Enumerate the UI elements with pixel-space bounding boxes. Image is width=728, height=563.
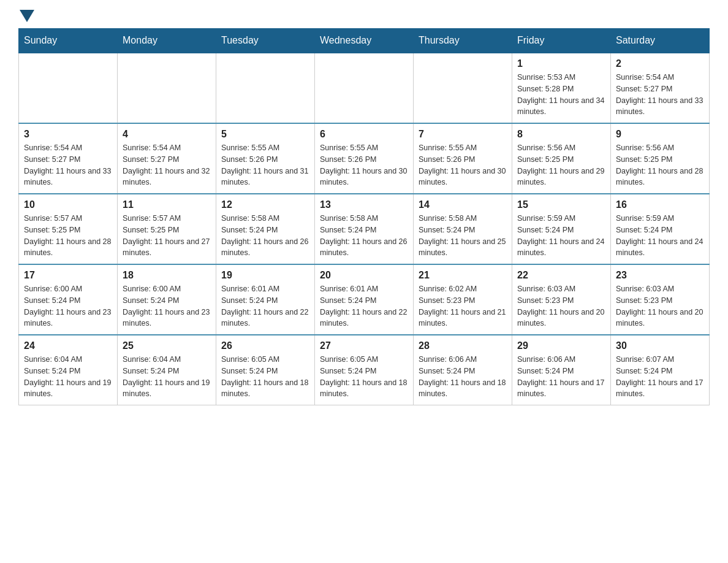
day-info: Sunrise: 6:05 AMSunset: 5:24 PMDaylight:… <box>320 354 408 400</box>
day-number: 5 <box>221 129 309 140</box>
day-info: Sunrise: 5:57 AMSunset: 5:25 PMDaylight:… <box>123 213 211 259</box>
calendar-cell: 8Sunrise: 5:56 AMSunset: 5:25 PMDaylight… <box>512 123 611 194</box>
week-row-1: 1Sunrise: 5:53 AMSunset: 5:28 PMDaylight… <box>19 53 710 123</box>
calendar-cell: 7Sunrise: 5:55 AMSunset: 5:26 PMDaylight… <box>414 123 512 194</box>
day-number: 30 <box>616 340 704 351</box>
day-header-friday: Friday <box>512 29 611 53</box>
day-info: Sunrise: 5:54 AMSunset: 5:27 PMDaylight:… <box>123 142 211 188</box>
calendar-cell: 13Sunrise: 5:58 AMSunset: 5:24 PMDayligh… <box>315 194 414 264</box>
day-info: Sunrise: 6:02 AMSunset: 5:23 PMDaylight:… <box>419 283 507 329</box>
day-number: 1 <box>517 58 605 69</box>
day-info: Sunrise: 6:06 AMSunset: 5:24 PMDaylight:… <box>517 354 605 400</box>
day-info: Sunrise: 6:07 AMSunset: 5:24 PMDaylight:… <box>616 354 704 400</box>
calendar-cell: 3Sunrise: 5:54 AMSunset: 5:27 PMDaylight… <box>19 123 118 194</box>
calendar-cell: 6Sunrise: 5:55 AMSunset: 5:26 PMDaylight… <box>315 123 414 194</box>
week-row-2: 3Sunrise: 5:54 AMSunset: 5:27 PMDaylight… <box>19 123 710 194</box>
calendar-cell: 30Sunrise: 6:07 AMSunset: 5:24 PMDayligh… <box>611 335 710 405</box>
day-number: 28 <box>419 340 507 351</box>
day-number: 17 <box>24 270 112 281</box>
day-number: 11 <box>123 199 211 210</box>
day-info: Sunrise: 5:54 AMSunset: 5:27 PMDaylight:… <box>24 142 112 188</box>
day-info: Sunrise: 5:55 AMSunset: 5:26 PMDaylight:… <box>419 142 507 188</box>
day-info: Sunrise: 6:03 AMSunset: 5:23 PMDaylight:… <box>616 283 704 329</box>
day-header-monday: Monday <box>118 29 216 53</box>
day-number: 9 <box>616 129 704 140</box>
day-headers-row: SundayMondayTuesdayWednesdayThursdayFrid… <box>19 29 710 53</box>
day-info: Sunrise: 5:57 AMSunset: 5:25 PMDaylight:… <box>24 213 112 259</box>
day-info: Sunrise: 5:53 AMSunset: 5:28 PMDaylight:… <box>517 72 605 118</box>
calendar-cell: 9Sunrise: 5:56 AMSunset: 5:25 PMDaylight… <box>611 123 710 194</box>
calendar-table: SundayMondayTuesdayWednesdayThursdayFrid… <box>18 28 710 405</box>
calendar-cell: 19Sunrise: 6:01 AMSunset: 5:24 PMDayligh… <box>216 264 315 335</box>
day-number: 29 <box>517 340 605 351</box>
day-number: 18 <box>123 270 211 281</box>
logo-triangle-icon <box>20 10 34 22</box>
day-number: 7 <box>419 129 507 140</box>
day-info: Sunrise: 5:56 AMSunset: 5:25 PMDaylight:… <box>616 142 704 188</box>
day-info: Sunrise: 5:58 AMSunset: 5:24 PMDaylight:… <box>221 213 309 259</box>
calendar-cell: 2Sunrise: 5:54 AMSunset: 5:27 PMDaylight… <box>611 53 710 123</box>
calendar-cell: 16Sunrise: 5:59 AMSunset: 5:24 PMDayligh… <box>611 194 710 264</box>
day-info: Sunrise: 6:01 AMSunset: 5:24 PMDaylight:… <box>320 283 408 329</box>
day-number: 4 <box>123 129 211 140</box>
day-number: 26 <box>221 340 309 351</box>
calendar-cell: 25Sunrise: 6:04 AMSunset: 5:24 PMDayligh… <box>118 335 216 405</box>
day-number: 23 <box>616 270 704 281</box>
day-number: 20 <box>320 270 408 281</box>
week-row-4: 17Sunrise: 6:00 AMSunset: 5:24 PMDayligh… <box>19 264 710 335</box>
day-number: 21 <box>419 270 507 281</box>
day-info: Sunrise: 6:06 AMSunset: 5:24 PMDaylight:… <box>419 354 507 400</box>
calendar-cell <box>315 53 414 123</box>
day-number: 6 <box>320 129 408 140</box>
calendar-cell: 11Sunrise: 5:57 AMSunset: 5:25 PMDayligh… <box>118 194 216 264</box>
calendar-cell: 18Sunrise: 6:00 AMSunset: 5:24 PMDayligh… <box>118 264 216 335</box>
calendar-cell: 5Sunrise: 5:55 AMSunset: 5:26 PMDaylight… <box>216 123 315 194</box>
day-info: Sunrise: 5:54 AMSunset: 5:27 PMDaylight:… <box>616 72 704 118</box>
day-number: 13 <box>320 199 408 210</box>
calendar-cell <box>216 53 315 123</box>
calendar-cell <box>414 53 512 123</box>
day-number: 27 <box>320 340 408 351</box>
calendar-cell <box>19 53 118 123</box>
day-info: Sunrise: 5:59 AMSunset: 5:24 PMDaylight:… <box>616 213 704 259</box>
logo <box>18 12 34 22</box>
day-number: 24 <box>24 340 112 351</box>
day-header-tuesday: Tuesday <box>216 29 315 53</box>
page-header <box>18 12 710 22</box>
day-info: Sunrise: 6:01 AMSunset: 5:24 PMDaylight:… <box>221 283 309 329</box>
day-info: Sunrise: 5:55 AMSunset: 5:26 PMDaylight:… <box>221 142 309 188</box>
calendar-cell: 14Sunrise: 5:58 AMSunset: 5:24 PMDayligh… <box>414 194 512 264</box>
day-info: Sunrise: 6:03 AMSunset: 5:23 PMDaylight:… <box>517 283 605 329</box>
day-number: 14 <box>419 199 507 210</box>
day-number: 10 <box>24 199 112 210</box>
day-number: 3 <box>24 129 112 140</box>
calendar-cell: 23Sunrise: 6:03 AMSunset: 5:23 PMDayligh… <box>611 264 710 335</box>
day-info: Sunrise: 6:04 AMSunset: 5:24 PMDaylight:… <box>123 354 211 400</box>
day-number: 2 <box>616 58 704 69</box>
day-info: Sunrise: 6:05 AMSunset: 5:24 PMDaylight:… <box>221 354 309 400</box>
day-info: Sunrise: 5:59 AMSunset: 5:24 PMDaylight:… <box>517 213 605 259</box>
day-number: 22 <box>517 270 605 281</box>
week-row-5: 24Sunrise: 6:04 AMSunset: 5:24 PMDayligh… <box>19 335 710 405</box>
day-header-saturday: Saturday <box>611 29 710 53</box>
day-info: Sunrise: 5:56 AMSunset: 5:25 PMDaylight:… <box>517 142 605 188</box>
day-info: Sunrise: 6:04 AMSunset: 5:24 PMDaylight:… <box>24 354 112 400</box>
calendar-cell: 26Sunrise: 6:05 AMSunset: 5:24 PMDayligh… <box>216 335 315 405</box>
day-number: 15 <box>517 199 605 210</box>
day-info: Sunrise: 6:00 AMSunset: 5:24 PMDaylight:… <box>24 283 112 329</box>
day-number: 8 <box>517 129 605 140</box>
calendar-cell: 27Sunrise: 6:05 AMSunset: 5:24 PMDayligh… <box>315 335 414 405</box>
day-header-sunday: Sunday <box>19 29 118 53</box>
day-number: 19 <box>221 270 309 281</box>
day-info: Sunrise: 6:00 AMSunset: 5:24 PMDaylight:… <box>123 283 211 329</box>
day-header-wednesday: Wednesday <box>315 29 414 53</box>
calendar-cell: 17Sunrise: 6:00 AMSunset: 5:24 PMDayligh… <box>19 264 118 335</box>
calendar-cell: 24Sunrise: 6:04 AMSunset: 5:24 PMDayligh… <box>19 335 118 405</box>
week-row-3: 10Sunrise: 5:57 AMSunset: 5:25 PMDayligh… <box>19 194 710 264</box>
calendar-cell: 21Sunrise: 6:02 AMSunset: 5:23 PMDayligh… <box>414 264 512 335</box>
calendar-cell: 15Sunrise: 5:59 AMSunset: 5:24 PMDayligh… <box>512 194 611 264</box>
calendar-cell: 4Sunrise: 5:54 AMSunset: 5:27 PMDaylight… <box>118 123 216 194</box>
day-header-thursday: Thursday <box>414 29 512 53</box>
day-number: 16 <box>616 199 704 210</box>
calendar-cell: 10Sunrise: 5:57 AMSunset: 5:25 PMDayligh… <box>19 194 118 264</box>
